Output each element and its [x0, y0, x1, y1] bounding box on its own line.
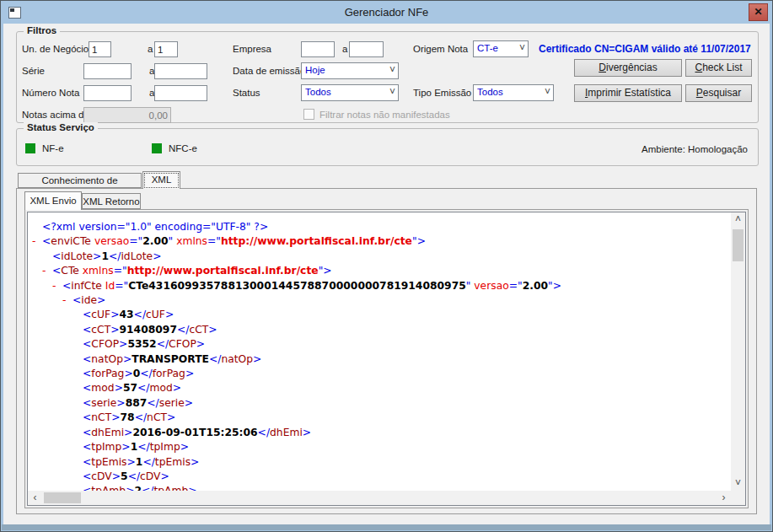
xml-line: <cCT>91408097</cCT>	[28, 323, 731, 337]
xml-line: <tpEmis>1</tpEmis>	[28, 455, 731, 470]
xml-collapse-marker[interactable]: -	[32, 234, 42, 249]
numero-nota-label: Número Nota	[22, 88, 79, 98]
xml-line: <tpAmb>2</tpAmb>	[28, 484, 731, 491]
scroll-left-button[interactable]: ‹	[28, 491, 42, 505]
xml-line: -<CTe xmlns="http://www.portalfiscal.inf…	[28, 264, 731, 278]
xml-line: <serie>887</serie>	[28, 396, 731, 411]
xml-viewer: <?xml version="1.0" encoding="UTF-8" ?>-…	[27, 212, 746, 506]
status-servico-groupbox: Status Serviço NF-e NFC-e Ambiente: Homo…	[16, 128, 759, 166]
notas-acima-input	[83, 107, 171, 123]
chevron-down-icon: ˅	[389, 86, 395, 98]
pesquisar-button[interactable]: Pesquisar	[685, 84, 752, 102]
manifest-checkbox-label: Filtrar notas não manifestadas	[319, 110, 450, 120]
chevron-down-icon: ˅	[519, 42, 525, 54]
empresa-label: Empresa	[233, 44, 271, 54]
close-button[interactable]: ✕	[749, 3, 768, 21]
tipo-emissao-value: Todos	[477, 87, 503, 97]
ambiente-label: Ambiente: Homologação	[641, 144, 748, 154]
nfce-status-indicator	[152, 143, 162, 153]
tipo-emissao-label: Tipo Emissão	[413, 88, 471, 98]
filters-group-title: Filtros	[24, 25, 60, 35]
xml-envio-panel: <?xml version="1.0" encoding="UTF-8" ?>-…	[24, 209, 749, 508]
nfce-status-label: NFC-e	[169, 143, 197, 153]
xml-line: <cUF>43</cUF>	[28, 308, 731, 322]
xml-collapse-marker[interactable]: -	[52, 279, 62, 293]
horizontal-scrollbar[interactable]: ‹ ›	[28, 491, 731, 505]
horizontal-scroll-thumb[interactable]	[44, 492, 81, 503]
status-select[interactable]: Todos ˅	[301, 84, 399, 101]
vertical-scroll-thumb[interactable]	[733, 229, 743, 261]
window-title: Gerenciador NFe	[2, 6, 771, 19]
xml-line: <cDV>5</cDV>	[28, 470, 731, 484]
xml-line: <idLote>1</idLote>	[28, 250, 731, 264]
xml-line: <forPag>0</forPag>	[28, 367, 731, 381]
xml-collapse-marker[interactable]: -	[62, 293, 72, 308]
tab-xml-retorno[interactable]: XML Retorno	[82, 193, 141, 209]
empresa-from-input[interactable]	[301, 41, 335, 57]
titlebar: Gerenciador NFe ✕	[2, 2, 771, 24]
data-emissao-select[interactable]: Hoje ˅	[301, 62, 399, 79]
xml-line: <tpImp>1</tpImp>	[28, 440, 731, 454]
window-bottom-frame	[2, 524, 771, 530]
serie-label: Série	[22, 66, 45, 76]
xml-line: <?xml version="1.0" encoding="UTF-8" ?>	[28, 220, 731, 234]
un-negocio-to-input[interactable]	[154, 41, 178, 57]
check-list-button[interactable]: Check List	[685, 59, 752, 77]
xml-line: -<enviCTe versao="2.00" xmlns="http://ww…	[28, 234, 731, 249]
origem-nota-label: Origem Nota	[413, 44, 468, 54]
xml-tab-panel: XML Envio XML Retorno <?xml version="1.0…	[16, 188, 757, 514]
filters-groupbox: Filtros Un. de Negócio a Empresa a Orige…	[16, 31, 759, 123]
origem-nota-value: CT-e	[477, 43, 498, 53]
empresa-to-input[interactable]	[349, 41, 384, 57]
nfe-status-label: NF-e	[42, 143, 64, 153]
xml-line: -<infCte Id="CTe431609935788130001445788…	[28, 279, 731, 293]
window-content: Filtros Un. de Negócio a Empresa a Orige…	[3, 24, 770, 524]
xml-line: <CFOP>5352</CFOP>	[28, 337, 731, 352]
tab-xml-envio[interactable]: XML Envio	[24, 191, 82, 210]
scrollbar-corner	[731, 491, 745, 505]
un-negocio-from-input[interactable]	[89, 41, 111, 57]
app-window: Gerenciador NFe ✕ Filtros Un. de Negócio…	[0, 0, 773, 532]
serie-to-input[interactable]	[154, 63, 207, 79]
imprimir-estatistica-button[interactable]: Imprimir Estatística	[574, 84, 682, 102]
numero-nota-to-input[interactable]	[154, 85, 207, 101]
xml-line: <mod>57</mod>	[28, 381, 731, 395]
xml-content: <?xml version="1.0" encoding="UTF-8" ?>-…	[28, 212, 731, 491]
status-servico-title: Status Serviço	[24, 122, 98, 132]
xml-line: <natOp>TRANSPORTE</natOp>	[28, 352, 731, 367]
un-negocio-label: Un. de Negócio	[22, 44, 89, 54]
xml-line: <dhEmi>2016-09-01T15:25:06</dhEmi>	[28, 426, 731, 440]
xml-collapse-marker[interactable]: -	[42, 264, 52, 278]
status-label: Status	[233, 88, 260, 98]
certificate-info: Certificado CN=CIGAM válido até 11/07/20…	[539, 43, 751, 55]
tab-xml[interactable]: XML	[142, 171, 180, 189]
data-emissao-value: Hoje	[305, 65, 325, 75]
serie-from-input[interactable]	[83, 63, 132, 79]
numero-nota-from-input[interactable]	[83, 85, 132, 101]
scroll-down-button[interactable]: ˅	[731, 476, 745, 491]
tipo-emissao-select[interactable]: Todos ˅	[473, 84, 554, 101]
tab-conhecimento-transporte[interactable]: Conhecimento de Transporte	[18, 173, 142, 188]
data-emissao-label: Data de emissão	[233, 66, 305, 76]
scroll-up-button[interactable]: ˄	[731, 212, 745, 227]
xml-line: -<ide>	[28, 293, 731, 308]
origem-nota-select[interactable]: CT-e ˅	[473, 40, 529, 57]
chevron-down-icon: ˅	[545, 86, 550, 98]
scroll-right-button[interactable]: ›	[717, 491, 731, 505]
status-value: Todos	[305, 87, 331, 97]
nfe-status-indicator	[25, 143, 35, 153]
manifest-checkbox	[303, 109, 314, 120]
chevron-down-icon: ˅	[389, 64, 395, 76]
range-separator: a	[148, 44, 153, 54]
divergencias-button[interactable]: Divergências	[574, 59, 682, 77]
xml-line: <nCT>78</nCT>	[28, 411, 731, 425]
notas-acima-label: Notas acima de	[22, 110, 89, 120]
range-separator: a	[342, 44, 347, 54]
tab-xml-focus-ring	[145, 174, 178, 187]
vertical-scrollbar[interactable]: ˄ ˅	[731, 212, 745, 491]
